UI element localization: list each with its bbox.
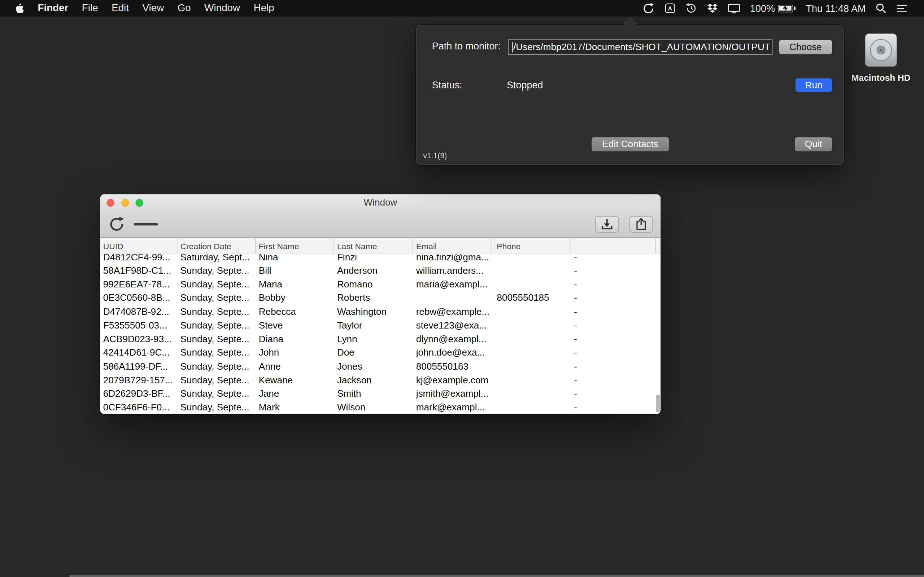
table-cell: 0CF346F6-F0...	[100, 401, 178, 414]
table-cell: steve123@exa...	[412, 319, 492, 332]
menu-item-go[interactable]: Go	[178, 3, 191, 15]
spotlight-search-icon[interactable]	[876, 3, 886, 13]
table-row[interactable]: 58A1F98D-C1...Sunday, Septe...BillAnders…	[100, 264, 656, 278]
apple-menu-icon[interactable]	[15, 3, 24, 13]
sync-menu-extra-icon[interactable]	[642, 2, 654, 15]
menu-item-file[interactable]: File	[82, 3, 98, 15]
table-cell: -	[570, 305, 656, 319]
dropbox-menu-extra-icon[interactable]	[707, 3, 717, 13]
title-bar[interactable]: Window	[100, 194, 661, 211]
table-cell: dlynn@exampl...	[412, 332, 492, 346]
vertical-scrollbar[interactable]	[656, 254, 661, 414]
menu-item-view[interactable]: View	[142, 3, 164, 15]
table-cell: Kewane	[256, 374, 334, 387]
table-cell: Jane	[256, 387, 334, 401]
table-cell	[492, 401, 570, 414]
text-caret	[512, 42, 513, 52]
table-cell: -	[570, 319, 656, 332]
menu-item-edit[interactable]: Edit	[111, 3, 129, 15]
table-row[interactable]: 992E6EA7-78...Sunday, Septe...MariaRoman…	[100, 278, 656, 292]
column-header-creation-date[interactable]: Creation Date	[177, 238, 255, 254]
table-cell: ACB9D023-93...	[100, 332, 178, 346]
battery-charging-icon	[778, 4, 796, 12]
table-cell: Wilson	[334, 401, 412, 414]
notification-list-icon[interactable]	[896, 4, 908, 13]
table-row[interactable]: 586A1199-DF...Sunday, Septe...AnneJones8…	[100, 360, 656, 374]
table-header: UUID Creation Date First Name Last Name …	[100, 238, 661, 255]
table-cell: Bobby	[256, 292, 334, 305]
bottom-window-edge	[69, 575, 924, 577]
window-toolbar	[100, 211, 661, 238]
popover-arrow	[623, 18, 637, 32]
table-row[interactable]: D4812CF4-99...Saturday, Sept...NinaFinzi…	[100, 254, 656, 264]
table-cell: rebw@example...	[412, 305, 492, 319]
refresh-button[interactable]	[108, 215, 126, 233]
table-row[interactable]: F5355505-03...Sunday, Septe...SteveTaylo…	[100, 319, 656, 332]
path-to-monitor-input[interactable]: /Users/mbp2017/Documents/SHOT_AUTOMATION…	[508, 39, 772, 55]
column-header-uuid[interactable]: UUID	[100, 238, 178, 254]
download-button[interactable]	[595, 216, 619, 232]
display-menu-extra-icon[interactable]	[728, 3, 740, 13]
table-row[interactable]: 0E3C0560-8B...Sunday, Septe...BobbyRober…	[100, 292, 656, 305]
table-cell: -	[570, 332, 656, 346]
text-tool-menu-extra-icon[interactable]	[664, 3, 675, 13]
table-cell: Nina	[256, 254, 334, 264]
time-machine-menu-extra-icon[interactable]	[685, 3, 697, 15]
table-row[interactable]: 2079B729-157...Sunday, Septe...KewaneJac…	[100, 374, 656, 387]
column-header-first-name[interactable]: First Name	[256, 238, 334, 254]
table-cell	[492, 278, 570, 292]
column-header-phone[interactable]: Phone	[492, 238, 570, 254]
table-cell: mark@exampl...	[412, 401, 492, 414]
zoom-button[interactable]	[136, 199, 143, 206]
menu-bar-left: Finder File Edit View Go Window Help	[0, 0, 274, 16]
run-button[interactable]: Run	[795, 78, 832, 92]
table-cell: -	[570, 346, 656, 360]
menu-bar-clock[interactable]: Thu 11:48 AM	[806, 3, 866, 14]
table-row[interactable]: 6D2629D3-BF...Sunday, Septe...JaneSmithj…	[100, 387, 656, 401]
table-cell: John	[256, 346, 334, 360]
table-cell: 8005550185	[492, 292, 570, 305]
status-label: Status:	[432, 79, 462, 90]
table-cell: Mark	[256, 401, 334, 414]
menu-item-help[interactable]: Help	[254, 3, 274, 15]
table-cell	[492, 264, 570, 278]
table-cell	[492, 360, 570, 374]
table-cell: Smith	[334, 387, 412, 401]
table-cell: -	[570, 292, 656, 305]
share-button[interactable]	[630, 216, 653, 232]
table-cell: Lynn	[334, 332, 412, 346]
table-cell: Sunday, Septe...	[177, 264, 255, 278]
table-cell	[412, 292, 492, 305]
traffic-lights	[107, 199, 143, 206]
table-cell: Jackson	[334, 374, 412, 387]
table-cell	[492, 346, 570, 360]
table-cell: -	[570, 374, 656, 387]
column-header-extra[interactable]	[570, 238, 656, 254]
column-header-last-name[interactable]: Last Name	[334, 238, 412, 254]
table-cell: D474087B-92...	[100, 305, 178, 319]
close-button[interactable]	[107, 199, 115, 206]
quit-button[interactable]: Quit	[795, 137, 832, 151]
table-cell: Saturday, Sept...	[177, 254, 255, 264]
table-cell: 6D2629D3-BF...	[100, 387, 178, 401]
table-cell: Sunday, Septe...	[177, 360, 255, 374]
table-cell: Sunday, Septe...	[177, 292, 255, 305]
table-row[interactable]: ACB9D023-93...Sunday, Septe...DianaLynnd…	[100, 332, 656, 346]
menu-item-window[interactable]: Window	[204, 3, 240, 15]
edit-contacts-button[interactable]: Edit Contacts	[591, 137, 669, 151]
table-row[interactable]: 42414D61-9C...Sunday, Septe...JohnDoejoh…	[100, 346, 656, 360]
table-cell	[492, 305, 570, 319]
table-row[interactable]: 0CF346F6-F0...Sunday, Septe...MarkWilson…	[100, 401, 656, 414]
choose-button[interactable]: Choose	[779, 40, 832, 54]
macintosh-hd-desktop-icon[interactable]: Macintosh HD	[851, 32, 911, 82]
table-cell	[492, 254, 570, 264]
table-row[interactable]: D474087B-92...Sunday, Septe...RebeccaWas…	[100, 305, 656, 319]
column-header-email[interactable]: Email	[412, 238, 492, 254]
menu-app-name[interactable]: Finder	[37, 3, 68, 15]
table-cell: kj@example.com	[412, 374, 492, 387]
table-cell: 2079B729-157...	[100, 374, 178, 387]
table-cell: Sunday, Septe...	[177, 346, 255, 360]
scrollbar-thumb[interactable]	[656, 395, 660, 412]
minimize-button[interactable]	[121, 199, 129, 206]
table-cell: -	[570, 278, 656, 292]
